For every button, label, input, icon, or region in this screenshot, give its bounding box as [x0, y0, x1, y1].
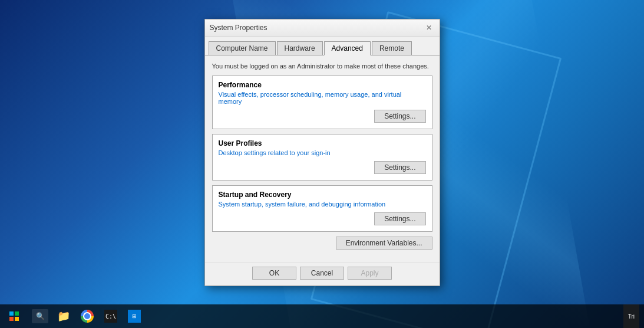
- tray-notification: Tri: [623, 304, 639, 328]
- tab-remote[interactable]: Remote: [372, 41, 412, 55]
- startup-recovery-settings-button[interactable]: Settings...: [374, 212, 425, 225]
- system-properties-dialog: System Properties ✕ Computer Name Hardwa…: [204, 19, 440, 286]
- apply-button[interactable]: Apply: [348, 267, 392, 280]
- tab-computer-name[interactable]: Computer Name: [209, 41, 276, 55]
- taskbar-file-explorer[interactable]: 📁: [52, 304, 75, 328]
- start-button[interactable]: [0, 304, 28, 328]
- startup-recovery-section: Startup and Recovery System startup, sys…: [212, 185, 432, 232]
- dialog-footer: OK Cancel Apply: [205, 263, 440, 286]
- taskbar-tray: Tri: [623, 304, 644, 328]
- user-profiles-section: User Profiles Desktop settings related t…: [212, 134, 432, 181]
- chrome-icon: [81, 310, 94, 323]
- taskbar: 🔍 📁 C:\ ⊞ Tri: [0, 304, 644, 328]
- environment-variables-button[interactable]: Environment Variables...: [336, 237, 432, 250]
- tab-advanced[interactable]: Advanced: [324, 41, 371, 55]
- performance-description: Visual effects, processor scheduling, me…: [219, 91, 426, 105]
- dialog-content: You must be logged on as an Administrato…: [205, 55, 440, 263]
- tab-hardware[interactable]: Hardware: [277, 41, 323, 55]
- performance-btn-row: Settings...: [219, 110, 426, 123]
- tray-text: Tri: [628, 313, 635, 320]
- startup-recovery-title: Startup and Recovery: [219, 191, 426, 199]
- env-vars-row: Environment Variables...: [212, 237, 432, 250]
- taskbar-search[interactable]: 🔍: [28, 304, 52, 328]
- dialog-titlebar: System Properties ✕: [205, 19, 440, 37]
- cancel-button[interactable]: Cancel: [300, 267, 344, 280]
- dialog-overlay: System Properties ✕ Computer Name Hardwa…: [0, 0, 644, 304]
- ok-button[interactable]: OK: [252, 267, 296, 280]
- folder-icon: 📁: [57, 310, 70, 323]
- admin-notice: You must be logged on as an Administrato…: [212, 63, 432, 70]
- remote-desktop-icon: ⊞: [128, 310, 141, 323]
- user-profiles-btn-row: Settings...: [219, 161, 426, 174]
- close-button[interactable]: ✕: [423, 22, 435, 34]
- startup-recovery-btn-row: Settings...: [219, 212, 426, 225]
- terminal-icon: C:\: [104, 310, 117, 323]
- user-profiles-title: User Profiles: [219, 139, 426, 147]
- performance-section: Performance Visual effects, processor sc…: [212, 76, 432, 129]
- taskbar-chrome[interactable]: [75, 304, 99, 328]
- tabs-container: Computer Name Hardware Advanced Remote: [205, 37, 440, 55]
- taskbar-terminal[interactable]: C:\: [99, 304, 123, 328]
- user-profiles-settings-button[interactable]: Settings...: [374, 161, 425, 174]
- startup-recovery-description: System startup, system failure, and debu…: [219, 201, 426, 208]
- taskbar-remote[interactable]: ⊞: [123, 304, 146, 328]
- performance-title: Performance: [219, 81, 426, 89]
- performance-settings-button[interactable]: Settings...: [374, 110, 425, 123]
- user-profiles-description: Desktop settings related to your sign-in: [219, 149, 426, 156]
- dialog-title: System Properties: [210, 24, 423, 32]
- windows-logo-icon: [9, 311, 19, 321]
